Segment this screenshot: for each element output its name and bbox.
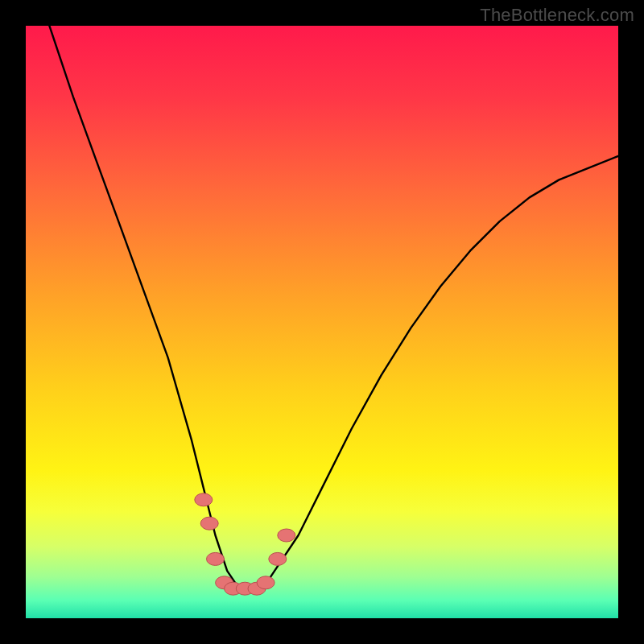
bottleneck-curve (26, 26, 618, 588)
curve-marker (195, 493, 213, 506)
curve-marker (269, 552, 287, 565)
curve-marker (278, 529, 295, 542)
curve-marker (207, 552, 225, 565)
curve-marker (257, 576, 275, 589)
chart-frame: TheBottleneck.com (0, 0, 644, 644)
curve-marker (200, 517, 218, 530)
plot-area (26, 26, 618, 618)
watermark-text: TheBottleneck.com (480, 5, 634, 26)
marker-group (195, 493, 295, 595)
curve-layer (26, 26, 618, 618)
